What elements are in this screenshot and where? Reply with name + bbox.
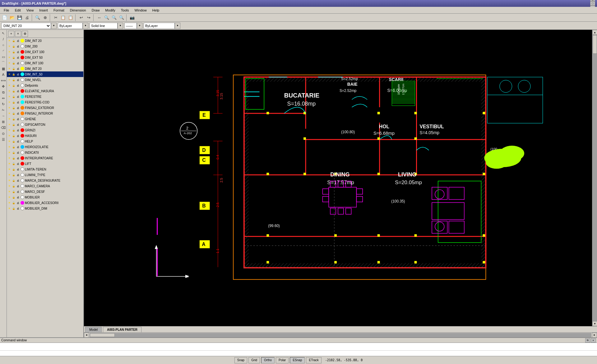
layer-color-dot[interactable]: [21, 151, 24, 154]
layer-color-dot[interactable]: [21, 145, 24, 149]
layer-visibility-icon[interactable]: ☀: [7, 207, 11, 210]
layer-row[interactable]: ☀🔓🖨MARCI_CAMERA: [7, 183, 83, 189]
zoom-in-button[interactable]: 🔍: [103, 14, 110, 21]
layer-color-dot[interactable]: [21, 44, 24, 48]
layer-lock-icon[interactable]: 🔓: [12, 67, 16, 71]
layer-visibility-icon[interactable]: ☀: [7, 179, 11, 182]
layer-lock-icon[interactable]: 🔓: [12, 145, 16, 149]
layer-color-dot[interactable]: [21, 67, 24, 71]
layer-print-icon[interactable]: 🖨: [16, 156, 20, 160]
layer-lock-icon[interactable]: 🔓: [12, 190, 16, 193]
layer-visibility-icon[interactable]: ☀: [7, 184, 11, 188]
snap-button[interactable]: Snap: [234, 357, 247, 363]
layer-color-dot[interactable]: [21, 100, 24, 104]
layer-color-dot[interactable]: [21, 111, 24, 115]
scroll-thumb-v[interactable]: [593, 35, 597, 54]
layer-color-dot[interactable]: [21, 195, 24, 199]
layer-print-icon[interactable]: 🖨: [16, 67, 20, 71]
lineweight-dropdown-btn[interactable]: ▼: [137, 23, 142, 29]
layer-lock-icon[interactable]: 🔓: [12, 179, 16, 182]
layer-print-icon[interactable]: 🖨: [16, 201, 20, 205]
layer-row[interactable]: ☀🔓🖨DIM_INT 100: [7, 60, 83, 66]
plotstyle-dropdown-btn[interactable]: ▼: [175, 23, 180, 29]
menu-edit[interactable]: Edit: [12, 8, 23, 13]
layer-visibility-icon[interactable]: ☀: [7, 111, 11, 115]
layer-print-icon[interactable]: 🖨: [16, 84, 20, 87]
menu-insert[interactable]: Insert: [37, 8, 50, 13]
layer-color-dot[interactable]: [21, 56, 24, 59]
redo-button[interactable]: ↪: [85, 14, 92, 21]
layer-row[interactable]: ☀🔓🖨LIFT: [7, 161, 83, 166]
layer-visibility-icon[interactable]: ☀: [7, 195, 11, 199]
menu-view[interactable]: View: [24, 8, 36, 13]
layer-row[interactable]: ☀🔓🖨LUMINI_TYPE: [7, 172, 83, 178]
layer-row[interactable]: ☀🔓🖨DIM_NIVEL: [7, 77, 83, 83]
menu-dimension[interactable]: Dimension: [67, 8, 89, 13]
layer-print-icon[interactable]: 🖨: [16, 78, 20, 82]
zoomext-button[interactable]: ⊕: [42, 14, 49, 21]
layer-visibility-icon[interactable]: ☀: [7, 100, 11, 104]
layer-lock-icon[interactable]: 🔓: [12, 61, 16, 65]
layer-lock-icon[interactable]: 🔓: [12, 207, 16, 210]
layer-print-icon[interactable]: 🖨: [16, 195, 20, 199]
layer-color-dot[interactable]: [21, 89, 24, 93]
new-layer-btn[interactable]: +: [8, 31, 14, 37]
layer-print-icon[interactable]: 🖨: [16, 207, 20, 210]
layer-print-icon[interactable]: 🖨: [16, 123, 20, 126]
layer-print-icon[interactable]: 🖨: [16, 151, 20, 154]
layer-color-dot[interactable]: [21, 201, 24, 205]
cut-button[interactable]: ✂: [52, 14, 59, 21]
cmd-float-btn[interactable]: ⧉: [585, 338, 590, 343]
layer-lock-icon[interactable]: 🔓: [12, 123, 16, 126]
layer-visibility-icon[interactable]: ☀: [7, 72, 11, 76]
layer-visibility-icon[interactable]: ☀: [7, 44, 11, 48]
layer-row[interactable]: ☀🔓🖨GIPSCARTON: [7, 122, 83, 127]
layer-visibility-icon[interactable]: ☀: [7, 145, 11, 149]
layer-print-icon[interactable]: 🖨: [16, 111, 20, 115]
snap-btn[interactable]: ⊙: [1, 131, 6, 136]
layer-print-icon[interactable]: 🖨: [16, 44, 20, 48]
tab-plan-parter[interactable]: A003-PLAN PARTER: [103, 327, 141, 332]
layer-row[interactable]: ☀🔓🖨MOBILIER: [7, 194, 83, 200]
zoomall-button[interactable]: 🔍: [118, 14, 125, 21]
layer-row[interactable]: ☀🔓🖨HASURI: [7, 133, 83, 139]
offset-btn[interactable]: ⊞: [1, 119, 6, 125]
layer-color-dot[interactable]: [21, 95, 24, 98]
layer-btn[interactable]: ☰: [1, 137, 6, 142]
layer-row[interactable]: ☀🔓🖨INTRERUPATOARE: [7, 155, 83, 161]
layer-print-icon[interactable]: 🖨: [16, 128, 20, 132]
layer-lock-icon[interactable]: 🔓: [12, 151, 16, 154]
extend-btn[interactable]: →: [1, 113, 6, 119]
canvas-area[interactable]: BUCATARIE S=16.08mp BAIE S=2.52mp SCARII…: [84, 30, 592, 326]
layer-lock-icon[interactable]: 🔓: [12, 72, 16, 76]
draw-arc-btn[interactable]: ◜: [1, 48, 6, 54]
layer-row[interactable]: ☀🔓🖨DIM_INT 20: [7, 38, 83, 43]
layer-visibility-icon[interactable]: ☀: [7, 173, 11, 177]
layer-row[interactable]: ☀🔓🖨HELP: [7, 139, 83, 144]
open-button[interactable]: 📂: [9, 14, 16, 21]
lineweight-field[interactable]: ——: [124, 23, 137, 29]
right-scrollbar[interactable]: ▲ ▼: [592, 30, 597, 326]
layer-print-icon[interactable]: 🖨: [16, 89, 20, 93]
layer-visibility-icon[interactable]: ☀: [7, 123, 11, 126]
layer-row[interactable]: ☀🔓🖨DIM_EXT 100: [7, 49, 83, 55]
layer-lock-icon[interactable]: 🔓: [12, 134, 16, 138]
layer-row[interactable]: ☀🔓🖨FERESTRE: [7, 94, 83, 99]
dim-btn[interactable]: ⟺: [1, 78, 6, 83]
scroll-thumb-h[interactable]: [90, 333, 115, 337]
layer-color-dot[interactable]: [21, 156, 24, 160]
layer-print-icon[interactable]: 🖨: [16, 162, 20, 166]
color-dropdown-btn[interactable]: ▼: [83, 23, 88, 29]
layer-print-icon[interactable]: 🖨: [16, 50, 20, 54]
layer-lock-icon[interactable]: 🔓: [12, 139, 16, 143]
tab-model[interactable]: Model: [85, 327, 102, 332]
trim-btn[interactable]: ✁: [1, 107, 6, 113]
layer-lock-icon[interactable]: 🔓: [12, 50, 16, 54]
layer-print-icon[interactable]: 🖨: [16, 95, 20, 98]
layer-print-icon[interactable]: 🖨: [16, 145, 20, 149]
layer-row[interactable]: ☀🔓🖨GRINZI: [7, 127, 83, 133]
layer-visibility-icon[interactable]: ☀: [7, 39, 11, 43]
layer-print-icon[interactable]: 🖨: [16, 134, 20, 138]
layer-row[interactable]: ☀🔓🖨MARCI_DESF: [7, 189, 83, 194]
layer-visibility-icon[interactable]: ☀: [7, 67, 11, 71]
